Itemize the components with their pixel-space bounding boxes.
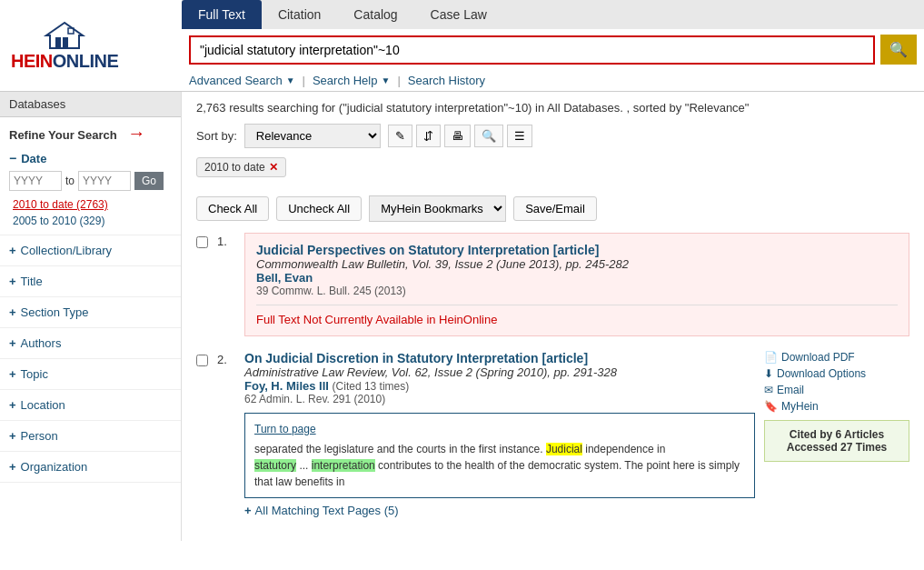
sort-row: Sort by: Relevance Date Title Author ✎ ⇵… (196, 124, 909, 148)
date-range-link-0[interactable]: 2010 to date (2763) (13, 198, 108, 211)
sort-arrow-btn[interactable]: ⇵ (416, 125, 441, 147)
print-icon-btn[interactable]: 🖶 (444, 125, 471, 147)
date-range-active: 2010 to date (2763) (9, 196, 172, 213)
plus-icon-topic: + (9, 367, 16, 381)
result-2-main: On Judicial Discretion in Statutory Inte… (244, 351, 755, 517)
result-2-cited-note: (Cited 13 times) (333, 380, 410, 393)
result-2-citation: 62 Admin. L. Rev. 291 (2010) (244, 393, 755, 405)
search-help-link[interactable]: Search Help (313, 74, 378, 87)
sub-nav: Advanced Search ▼ | Search Help ▼ | Sear… (182, 70, 924, 91)
filter-location-label: Location (21, 398, 65, 412)
plus-icon-authors: + (9, 336, 16, 350)
result-1-checkbox[interactable] (196, 236, 208, 248)
search-input[interactable] (189, 35, 875, 65)
myhein-label: MyHein (781, 400, 819, 413)
save-email-btn[interactable]: Save/Email (513, 196, 597, 221)
sort-icons: ✎ ⇵ 🖶 🔍 ☰ (388, 125, 532, 147)
snippet-highlight-statutory: statutory (254, 459, 296, 472)
filter-authors-toggle[interactable]: + Authors (0, 332, 181, 355)
filter-person-toggle[interactable]: + Person (0, 425, 181, 447)
all-matching-link[interactable]: + All Matching Text Pages (5) (244, 504, 399, 517)
sort-label: Sort by: (196, 129, 237, 143)
list-icon-btn[interactable]: ☰ (507, 125, 532, 147)
result-2-checkbox[interactable] (196, 355, 208, 366)
email-link[interactable]: ✉ Email (764, 384, 909, 396)
uncheck-all-btn[interactable]: Uncheck All (276, 196, 362, 221)
download-pdf-link[interactable]: 📄 Download PDF (764, 351, 909, 364)
myhein-link[interactable]: 🔖 MyHein (764, 400, 909, 413)
results-summary: 2,763 results searching for ("judicial s… (196, 101, 909, 115)
result-2-journal: Administrative Law Review, Vol. 62, Issu… (244, 365, 755, 379)
databases-label: Databases (0, 92, 181, 117)
filter-person: + Person (0, 421, 181, 452)
nav-tabs: Full Text Citation Catalog Case Law (182, 0, 924, 29)
result-2-num: 2. (217, 351, 235, 366)
search-help-arrow: ▼ (381, 75, 390, 85)
search-bar-row: 🔍 (182, 29, 924, 70)
date-range-link-1[interactable]: 2005 to 2010 (329) (13, 215, 104, 227)
header: HEINONLINE Full Text Citation Catalog Ca… (0, 0, 924, 92)
result-1-not-available: Full Text Not Currently Available in Hei… (256, 313, 898, 326)
result-2-title[interactable]: On Judicial Discretion in Statutory Inte… (244, 351, 588, 365)
sort-select[interactable]: Relevance Date Title Author (244, 124, 381, 148)
filter-collection-toggle[interactable]: + Collection/Library (0, 239, 181, 262)
result-1-title[interactable]: Judicial Perspectives on Statutory Inter… (256, 243, 599, 257)
plus-icon-person: + (9, 429, 16, 443)
tab-catalog[interactable]: Catalog (337, 0, 413, 29)
result-1-author: Bell, Evan (256, 271, 898, 285)
filter-section-type: + Section Type (0, 297, 181, 328)
search-history-link[interactable]: Search History (408, 74, 485, 87)
tab-case-law[interactable]: Case Law (414, 0, 503, 29)
filter-authors: + Authors (0, 328, 181, 359)
filter-org-label: Organization (21, 460, 88, 474)
turn-to-page-link[interactable]: Turn to page (254, 421, 745, 437)
download-icon: ⬇ (764, 367, 773, 380)
date-label: Date (21, 152, 46, 165)
cited-line2: Accessed 27 Times (776, 441, 898, 454)
svg-rect-2 (63, 37, 68, 48)
filter-authors-label: Authors (21, 336, 62, 350)
result-2-author-line: Foy, H. Miles III (Cited 13 times) (244, 379, 755, 393)
date-inputs: to Go (9, 171, 172, 191)
filter-location-toggle[interactable]: + Location (0, 394, 181, 416)
date-from-input[interactable] (9, 171, 62, 191)
filter-topic: + Topic (0, 359, 181, 390)
edit-icon-btn[interactable]: ✎ (388, 125, 412, 147)
snippet-text-after: ... (299, 459, 311, 472)
download-options-label: Download Options (777, 367, 866, 380)
advanced-search-link[interactable]: Advanced Search (189, 74, 283, 87)
advanced-search-arrow: ▼ (286, 75, 295, 85)
myhein-select[interactable]: MyHein Bookmarks (369, 195, 506, 222)
download-pdf-label: Download PDF (781, 351, 855, 364)
main-layout: Databases Refine Your Search → − Date to… (0, 92, 924, 541)
filter-section-type-toggle[interactable]: + Section Type (0, 301, 181, 324)
tab-full-text[interactable]: Full Text (182, 0, 262, 29)
date-section: − Date to Go 2010 to date (2763) 2005 to… (0, 145, 181, 235)
result-1-citation: 39 Commw. L. Bull. 245 (2013) (256, 285, 898, 297)
plus-icon-matching: + (244, 504, 252, 517)
filter-title-toggle[interactable]: + Title (0, 270, 181, 293)
result-1-journal: Commonwealth Law Bulletin, Vol. 39, Issu… (256, 257, 898, 271)
date-to-input[interactable] (78, 171, 131, 191)
date-go-button[interactable]: Go (134, 172, 164, 190)
result-item-1: 1. Judicial Perspectives on Statutory In… (196, 233, 909, 336)
filter-organization-toggle[interactable]: + Organization (0, 455, 181, 478)
search-button[interactable]: 🔍 (880, 35, 917, 65)
result-2-author: Foy, H. Miles III (244, 379, 329, 393)
snippet-highlight-judicial: Judicial (546, 443, 582, 455)
binoculars-icon-btn[interactable]: 🔍 (474, 125, 503, 147)
logo-online: ONLINE (53, 51, 119, 71)
date-toggle[interactable]: − Date (9, 151, 172, 165)
download-options-link[interactable]: ⬇ Download Options (764, 367, 909, 380)
logo-hein: HEIN (11, 51, 53, 71)
email-icon: ✉ (764, 384, 773, 396)
remove-filter-btn[interactable]: ✕ (269, 161, 278, 174)
filter-title-label: Title (21, 275, 43, 288)
active-filter-tag: 2010 to date ✕ (196, 157, 286, 177)
snippet-text-middle: independence in (585, 443, 665, 455)
tab-citation[interactable]: Citation (262, 0, 337, 29)
filter-organization: + Organization (0, 452, 181, 483)
result-1-divider (256, 305, 898, 305)
filter-topic-toggle[interactable]: + Topic (0, 363, 181, 385)
check-all-btn[interactable]: Check All (196, 196, 269, 221)
